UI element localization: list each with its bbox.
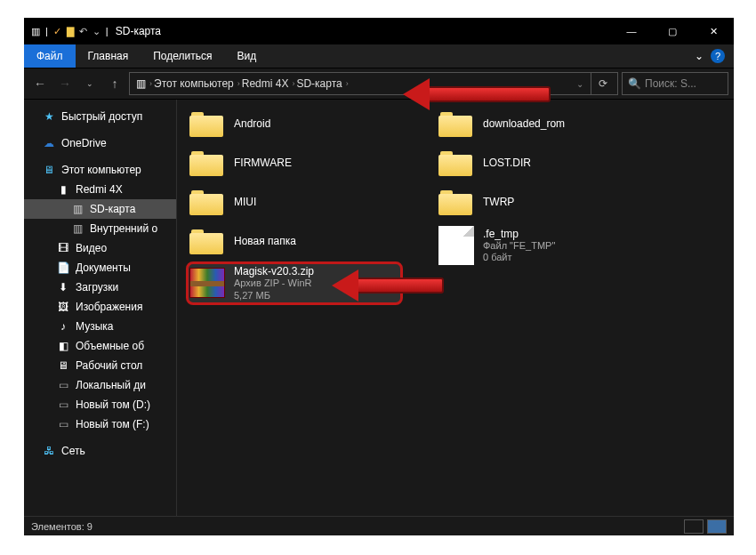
nav-back-button[interactable]: ← [29,73,51,94]
quick-access-toolbar: ▥ | ✓ ▇ ↶ ⌄ | [24,26,109,37]
item-magisk-zip[interactable]: Magisk-v20.3.zip Архив ZIP - WinR 5,27 М… [188,263,401,303]
folder-icon [189,109,225,139]
file-list[interactable]: Android FIRMWARE MIUI Новая папка Magisk… [177,100,734,516]
tree-music[interactable]: ♪Музыка [24,317,176,336]
zip-icon [189,268,225,298]
qat-sep: | [45,26,48,36]
body: ★Быстрый доступ ☁OneDrive 🖥Этот компьюте… [24,100,734,516]
maximize-button[interactable]: ▢ [652,18,693,44]
file-type: Файл "FE_TMP" [483,240,555,252]
drive-icon: ▭ [56,417,70,431]
folder-icon [438,109,474,139]
ribbon-tabs: Файл Главная Поделиться Вид ⌄ ? [24,44,734,68]
search-icon: 🔍 [628,77,641,90]
tree-local-disk[interactable]: ▭Локальный ди [24,375,176,395]
tree-network[interactable]: 🖧Сеть [24,441,176,461]
folder-icon [189,187,225,217]
tree-desktop[interactable]: 🖥Рабочий стол [24,356,176,375]
file-size: 5,27 МБ [234,290,314,302]
refresh-button[interactable]: ⟳ [591,73,614,94]
tab-view[interactable]: Вид [224,44,269,68]
tree-pictures[interactable]: 🖼Изображения [24,297,176,317]
help-icon[interactable]: ? [711,49,725,63]
tab-file[interactable]: Файл [24,44,76,68]
tree-sd-card[interactable]: ▥SD-карта [24,199,176,219]
tree-internal[interactable]: ▥Внутренний о [24,219,176,238]
drive-icon: ▥ [70,221,84,236]
qat-check-icon[interactable]: ✓ [53,26,61,37]
drive-icon: ▭ [56,398,70,412]
minimize-button[interactable]: — [611,18,652,44]
tree-downloads[interactable]: ⬇Загрузки [24,278,176,297]
item-android[interactable]: Android [188,107,401,141]
cloud-icon: ☁ [42,136,56,150]
video-icon: 🎞 [56,241,70,255]
window-title: SD-карта [116,25,161,37]
window-controls: — ▢ ✕ [611,18,734,44]
phone-icon: ▮ [56,182,70,197]
crumb-redmi[interactable]: Redmi 4X› [242,77,295,90]
picture-icon: 🖼 [56,300,70,314]
tree-this-pc[interactable]: 🖥Этот компьютер [24,160,176,180]
tree-onedrive[interactable]: ☁OneDrive [24,133,176,153]
nav-history-dropdown[interactable]: ⌄ [79,73,101,94]
item-lost-dir[interactable]: LOST.DIR [437,146,650,180]
nav-up-button[interactable]: ↑ [104,73,125,94]
tab-share[interactable]: Поделиться [141,44,224,68]
folder-icon [189,148,225,178]
column-2: downloaded_rom LOST.DIR TWRP .fe_tmp Фай… [437,107,650,303]
item-fe-tmp[interactable]: .fe_tmp Файл "FE_TMP" 0 байт [437,224,650,267]
qat-dropdown-icon[interactable]: ⌄ [92,26,101,37]
file-type: Архив ZIP - WinR [234,278,314,289]
tree-vol-f[interactable]: ▭Новый том (F:) [24,414,176,434]
status-item-count: Элементов: 9 [31,521,92,532]
sd-icon: ▥ [70,202,84,216]
music-icon: ♪ [56,319,70,334]
objects-icon: ◧ [56,339,70,353]
download-icon: ⬇ [56,280,70,294]
view-details-button[interactable] [684,519,704,534]
nav-forward-button[interactable]: → [54,73,76,94]
search-placeholder: Поиск: S... [645,77,696,90]
item-firmware[interactable]: FIRMWARE [188,146,401,180]
address-row: ← → ⌄ ↑ ▥ › Этот компьютер› Redmi 4X› SD… [24,68,734,100]
tree-objects[interactable]: ◧Объемные об [24,336,176,356]
tab-home[interactable]: Главная [76,44,141,68]
item-downloaded-rom[interactable]: downloaded_rom [437,107,650,141]
address-dropdown-icon[interactable]: ⌄ [571,79,589,89]
crumb-chev-root[interactable]: › [149,79,152,88]
crumb-pc[interactable]: Этот компьютер› [154,77,240,90]
item-miui[interactable]: MIUI [188,185,401,219]
tree-vol-d[interactable]: ▭Новый том (D:) [24,395,176,414]
qat-sep2: | [106,26,109,36]
file-name: Magisk-v20.3.zip [234,265,314,278]
file-icon [438,226,474,265]
desktop-icon: 🖥 [56,358,70,373]
titlebar[interactable]: ▥ | ✓ ▇ ↶ ⌄ | SD-карта — ▢ ✕ [24,18,734,44]
folder-icon [438,187,474,217]
address-bar[interactable]: ▥ › Этот компьютер› Redmi 4X› SD-карта› … [129,72,618,95]
tree-docs[interactable]: 📄Документы [24,258,176,278]
qat-folder-icon[interactable]: ▇ [67,26,74,37]
crumb-sd[interactable]: SD-карта› [296,77,348,90]
item-new-folder[interactable]: Новая папка [188,224,401,258]
pc-icon: 🖥 [42,163,56,177]
tree-quick-access[interactable]: ★Быстрый доступ [24,107,176,126]
nav-tree[interactable]: ★Быстрый доступ ☁OneDrive 🖥Этот компьюте… [24,100,177,516]
search-box[interactable]: 🔍 Поиск: S... [622,72,728,95]
star-icon: ★ [42,109,56,124]
item-twrp[interactable]: TWRP [437,185,650,219]
file-size: 0 байт [483,252,555,263]
folder-icon [438,148,474,178]
tree-video[interactable]: 🎞Видео [24,238,176,258]
ribbon-expand-icon[interactable]: ⌄ [695,50,704,62]
explorer-window: ▥ | ✓ ▇ ↶ ⌄ | SD-карта — ▢ ✕ Файл Главна… [24,18,734,535]
close-button[interactable]: ✕ [693,18,734,44]
address-drive-icon: ▥ [133,76,148,91]
drive-icon: ▭ [56,378,70,392]
tree-redmi[interactable]: ▮Redmi 4X [24,180,176,199]
status-bar: Элементов: 9 [24,516,734,535]
system-menu-icon[interactable]: ▥ [31,26,40,37]
view-tiles-button[interactable] [707,519,727,534]
qat-undo-icon[interactable]: ↶ [79,26,87,37]
